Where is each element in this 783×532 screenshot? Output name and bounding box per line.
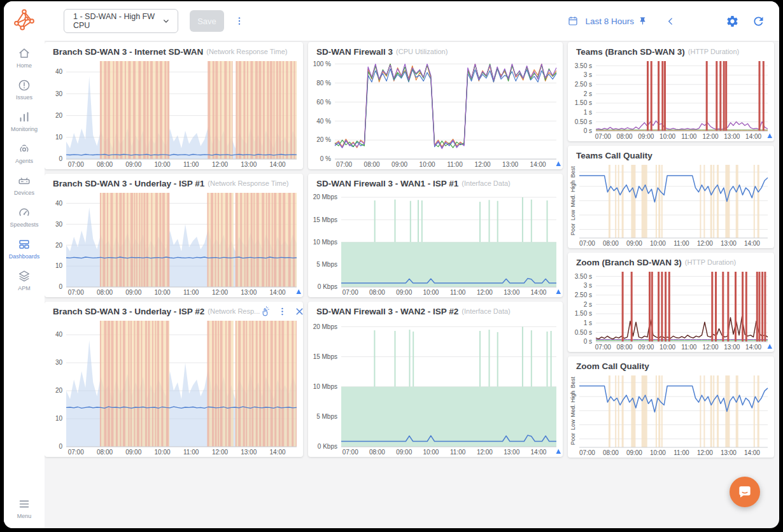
scroll-latest-triangle[interactable] xyxy=(768,134,773,139)
chart-body: 0 Kbps5 Mbps10 Mbps15 Mbps20 Mbps07:0008… xyxy=(308,318,563,457)
chart-plot[interactable]: 0 s0.50 s1 s1.50 s2 s2.50 s3 s3.50 s07:0… xyxy=(568,269,774,352)
svg-text:14:00: 14:00 xyxy=(530,161,546,168)
monitoring-icon xyxy=(17,110,31,124)
svg-text:12:00: 12:00 xyxy=(475,161,491,168)
sidebar-item-monitoring[interactable]: Monitoring xyxy=(9,110,40,132)
chart-header: SD-WAN Firewall 3(CPU Utilization) xyxy=(308,42,563,59)
svg-text:10 Mbps: 10 Mbps xyxy=(313,239,337,246)
sidebar-item-menu[interactable]: Menu xyxy=(4,497,45,519)
svg-text:12:00: 12:00 xyxy=(212,161,228,168)
svg-text:0: 0 xyxy=(59,443,62,450)
scroll-latest-triangle[interactable] xyxy=(556,290,561,295)
sidebar-item-apm[interactable]: APM xyxy=(9,269,40,291)
sidebar-item-devices[interactable]: Devices xyxy=(9,174,40,196)
sidebar-item-dashboards[interactable]: Dashboards xyxy=(9,237,40,260)
svg-text:High: High xyxy=(570,391,576,403)
chart-body: 01020304007:0008:0009:0010:0011:0012:001… xyxy=(45,318,303,457)
save-button[interactable]: Save xyxy=(190,10,224,32)
sidebar-item-label: Devices xyxy=(14,190,34,196)
sidebar-item-label: Speedtests xyxy=(10,221,38,228)
svg-text:09:00: 09:00 xyxy=(396,449,412,456)
chart-title: SD-WAN Firewall 3 - WAN1 - ISP #1 xyxy=(316,179,458,188)
svg-text:80 %: 80 % xyxy=(316,80,331,87)
svg-text:Low: Low xyxy=(570,419,576,430)
svg-text:10:00: 10:00 xyxy=(423,449,439,456)
svg-text:100 %: 100 % xyxy=(313,60,331,67)
svg-text:Poor: Poor xyxy=(570,433,576,445)
svg-text:Best: Best xyxy=(570,377,576,389)
collapse-panel-chevron-left-icon[interactable] xyxy=(665,16,676,27)
chart-subtitle: (Network Resp... xyxy=(208,307,260,315)
svg-text:09:00: 09:00 xyxy=(638,133,654,140)
calendar-icon[interactable] xyxy=(567,15,579,27)
svg-text:14:00: 14:00 xyxy=(269,161,285,168)
svg-text:3 s: 3 s xyxy=(584,282,592,289)
chat-support-button[interactable] xyxy=(730,477,760,507)
time-range-label[interactable]: Last 8 Hours xyxy=(585,17,634,26)
svg-text:09:00: 09:00 xyxy=(626,240,642,247)
sidebar-item-speedtests[interactable]: Speedtests xyxy=(9,206,40,228)
chart-plot[interactable]: 01020304007:0008:0009:0010:0011:0012:001… xyxy=(45,59,303,169)
scroll-latest-triangle[interactable] xyxy=(556,449,561,454)
chart-card-fw-wan1: SD-WAN Firewall 3 - WAN1 - ISP #1(Interf… xyxy=(308,174,563,297)
close-icon[interactable] xyxy=(294,306,303,317)
chart-header: Branch SD-WAN 3 - Internet SD-WAN(Networ… xyxy=(45,42,303,59)
svg-text:0: 0 xyxy=(59,155,62,162)
chart-plot[interactable]: PoorLowMed.HighBest07:0008:0009:0010:001… xyxy=(568,373,774,458)
chart-subtitle: (Network Response Time) xyxy=(208,179,288,187)
sidebar-item-agents[interactable]: Agents xyxy=(9,142,40,164)
chart-header: SD-WAN Firewall 3 - WAN1 - ISP #1(Interf… xyxy=(308,174,563,190)
svg-text:11:00: 11:00 xyxy=(674,449,689,456)
more-options-kebab-icon[interactable] xyxy=(234,15,244,27)
chart-plot[interactable]: 01020304007:0008:0009:0010:0011:0012:001… xyxy=(45,190,303,297)
chart-plot[interactable]: 01020304007:0008:0009:0010:0011:0012:001… xyxy=(45,318,303,457)
charts-column-3: Teams (Branch SD-WAN 3)(HTTP Duration)0 … xyxy=(568,42,774,523)
svg-text:40 %: 40 % xyxy=(316,118,331,125)
svg-text:Poor: Poor xyxy=(570,223,576,235)
menu-label: Menu xyxy=(17,513,32,519)
chart-title: SD-WAN Firewall 3 xyxy=(316,47,393,57)
chart-body: 0 s0.50 s1 s1.50 s2 s2.50 s3 s3.50 s07:0… xyxy=(568,269,774,352)
app-logo[interactable] xyxy=(13,1,35,37)
svg-text:30: 30 xyxy=(55,359,63,366)
svg-text:09:00: 09:00 xyxy=(125,161,141,168)
chart-body: 01020304007:0008:0009:0010:0011:0012:001… xyxy=(45,59,303,169)
sidebar-item-home[interactable]: Home xyxy=(9,46,40,69)
svg-text:13:00: 13:00 xyxy=(241,449,257,456)
scroll-latest-triangle[interactable] xyxy=(768,344,773,349)
chart-title: SD-WAN Firewall 3 - WAN2 - ISP #2 xyxy=(316,307,458,316)
svg-text:11:00: 11:00 xyxy=(183,289,199,296)
svg-text:Best: Best xyxy=(570,166,576,178)
svg-text:07:00: 07:00 xyxy=(68,449,84,456)
svg-text:08:00: 08:00 xyxy=(97,161,113,168)
chart-plot[interactable]: 0 %20 %40 %60 %80 %100 %07:0008:0009:001… xyxy=(308,59,563,169)
svg-text:12:00: 12:00 xyxy=(477,449,493,456)
svg-text:14:00: 14:00 xyxy=(745,344,761,351)
chart-body: PoorLowMed.HighBest07:0008:0009:0010:001… xyxy=(568,373,774,458)
chart-plot[interactable]: 0 s0.50 s1 s1.50 s2 s2.50 s3 s3.50 s07:0… xyxy=(568,59,774,141)
scroll-latest-triangle[interactable] xyxy=(297,290,302,295)
speedtests-icon xyxy=(17,206,31,220)
sidebar-item-label: Issues xyxy=(16,94,32,101)
chart-plot[interactable]: 0 Kbps5 Mbps10 Mbps15 Mbps20 Mbps07:0008… xyxy=(308,318,563,457)
svg-text:20: 20 xyxy=(55,242,63,249)
svg-text:14:00: 14:00 xyxy=(530,449,546,456)
chart-plot[interactable]: 0 Kbps5 Mbps10 Mbps15 Mbps20 Mbps07:0008… xyxy=(308,190,563,297)
sidebar: HomeIssuesMonitoringAgentsDevicesSpeedte… xyxy=(4,1,45,528)
drag-hand-icon[interactable] xyxy=(260,306,271,317)
scroll-latest-triangle[interactable] xyxy=(556,162,561,167)
refresh-icon[interactable] xyxy=(752,15,765,28)
sidebar-item-label: Agents xyxy=(15,158,33,164)
sidebar-item-issues[interactable]: Issues xyxy=(9,78,40,101)
svg-text:10:00: 10:00 xyxy=(420,161,435,168)
chart-plot[interactable]: PoorLowMed.HighBest07:0008:0009:0010:001… xyxy=(568,162,774,248)
chart-options-kebab-icon[interactable] xyxy=(277,306,288,317)
sidebar-item-label: Dashboards xyxy=(9,253,40,260)
svg-text:0 Kbps: 0 Kbps xyxy=(318,443,337,450)
pin-icon[interactable] xyxy=(638,17,647,26)
dashboard-select[interactable]: 1 - SD-WAN - High FW CPU xyxy=(64,9,178,33)
svg-text:14:00: 14:00 xyxy=(269,289,285,296)
issues-icon xyxy=(17,78,31,92)
settings-gear-icon[interactable] xyxy=(726,15,739,28)
svg-text:13:00: 13:00 xyxy=(721,449,737,456)
